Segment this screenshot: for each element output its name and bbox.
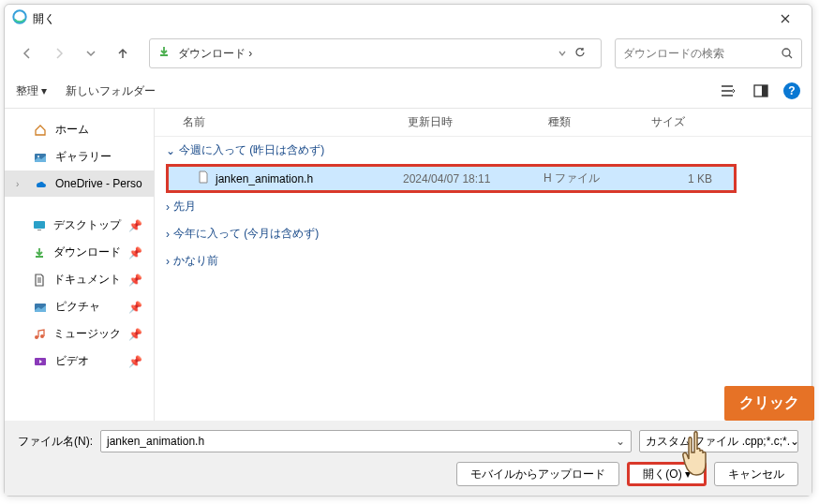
- pin-icon: 📌: [128, 355, 142, 368]
- nav-back-button[interactable]: [14, 40, 40, 67]
- sidebar-downloads[interactable]: ダウンロード📌: [5, 239, 154, 266]
- sidebar-label: ピクチャ: [55, 299, 100, 315]
- svg-rect-7: [37, 230, 41, 230]
- sidebar-label: ギャラリー: [55, 149, 112, 165]
- sidebar-label: ドキュメント: [53, 272, 121, 288]
- cancel-button[interactable]: キャンセル: [714, 462, 798, 486]
- filename-label: ファイル名(N):: [18, 434, 93, 450]
- download-icon: [157, 45, 171, 62]
- svg-point-1: [782, 49, 790, 56]
- sidebar-home[interactable]: ホーム: [5, 116, 154, 143]
- sidebar: ホーム ギャラリー ›OneDrive - Perso デスクトップ📌 ダウンロ…: [5, 109, 155, 421]
- file-list: 名前 更新日時 種類 サイズ ⌄今週に入って (昨日は含めず) janken_a…: [155, 109, 812, 421]
- sidebar-pictures[interactable]: ピクチャ📌: [5, 293, 154, 320]
- sidebar-label: OneDrive - Perso: [55, 177, 142, 190]
- chevron-down-icon[interactable]: [558, 45, 567, 62]
- window-title: 開く: [33, 11, 55, 27]
- annotation-hand-cursor: [676, 426, 721, 484]
- new-folder-button[interactable]: 新しいフォルダー: [66, 83, 156, 99]
- sidebar-documents[interactable]: ドキュメント📌: [5, 266, 154, 293]
- address-path: ダウンロード ›: [178, 46, 558, 62]
- group-last-month[interactable]: ›先月: [155, 193, 812, 220]
- file-icon: [197, 170, 210, 186]
- annotation-click-label: クリック: [724, 386, 814, 421]
- file-size: 1 KB: [647, 172, 712, 185]
- chevron-right-icon: ›: [166, 200, 170, 214]
- app-icon: [12, 9, 27, 28]
- pin-icon: 📌: [128, 219, 142, 232]
- search-input[interactable]: [623, 47, 781, 60]
- header-size[interactable]: サイズ: [651, 114, 726, 130]
- chevron-down-icon[interactable]: ⌄: [616, 435, 625, 448]
- file-name: janken_animation.h: [216, 172, 313, 185]
- preview-pane-icon[interactable]: [750, 80, 772, 102]
- column-headers: 名前 更新日時 種類 サイズ: [155, 109, 812, 137]
- mobile-upload-button[interactable]: モバイルからアップロード: [456, 462, 619, 486]
- chevron-right-icon: ›: [166, 228, 170, 241]
- nav-forward-button[interactable]: [46, 40, 72, 67]
- sidebar-label: デスクトップ: [53, 217, 121, 233]
- nav-up-button[interactable]: [110, 40, 136, 67]
- toolbar: 整理 ▾ 新しいフォルダー ?: [5, 74, 812, 109]
- chevron-down-icon: ⌄: [790, 435, 798, 448]
- header-date[interactable]: 更新日時: [408, 114, 548, 130]
- svg-point-5: [37, 156, 39, 157]
- sidebar-label: ミュージック: [53, 326, 121, 342]
- sidebar-gallery[interactable]: ギャラリー: [5, 143, 154, 170]
- address-bar[interactable]: ダウンロード ›: [149, 38, 602, 68]
- sidebar-desktop[interactable]: デスクトップ📌: [5, 212, 154, 239]
- titlebar: 開く: [5, 5, 812, 33]
- pin-icon: 📌: [128, 274, 142, 287]
- sidebar-onedrive[interactable]: ›OneDrive - Perso: [5, 170, 154, 197]
- refresh-icon[interactable]: [574, 45, 586, 62]
- file-date: 2024/04/07 18:11: [403, 172, 544, 185]
- help-icon[interactable]: ?: [783, 82, 800, 99]
- search-icon: [781, 47, 794, 60]
- file-open-dialog: 開く ダウンロード › 整理 ▾ 新しいフォルダー ?: [4, 4, 812, 497]
- sidebar-music[interactable]: ミュージック📌: [5, 320, 154, 348]
- nav-recent-button[interactable]: [78, 40, 104, 67]
- organize-menu[interactable]: 整理 ▾: [16, 83, 47, 99]
- file-row-selected[interactable]: janken_animation.h 2024/04/07 18:11 H ファ…: [166, 164, 737, 193]
- pin-icon: 📌: [128, 246, 142, 259]
- view-list-icon[interactable]: [716, 80, 738, 102]
- sidebar-label: ビデオ: [55, 353, 89, 369]
- group-this-year[interactable]: ›今年に入って (今月は含めず): [155, 220, 812, 247]
- sidebar-label: ホーム: [55, 122, 89, 138]
- sidebar-videos[interactable]: ビデオ📌: [5, 348, 154, 375]
- close-button[interactable]: [767, 5, 804, 33]
- main-area: ホーム ギャラリー ›OneDrive - Perso デスクトップ📌 ダウンロ…: [5, 109, 812, 421]
- pin-icon: 📌: [128, 328, 142, 341]
- header-name[interactable]: 名前: [183, 114, 408, 130]
- svg-rect-6: [34, 221, 45, 229]
- file-type: H ファイル: [544, 170, 647, 186]
- group-long-ago[interactable]: ›かなり前: [155, 247, 812, 274]
- filename-input[interactable]: janken_animation.h⌄: [100, 430, 632, 452]
- group-this-week[interactable]: ⌄今週に入って (昨日は含めず): [155, 137, 812, 164]
- chevron-down-icon: ⌄: [166, 144, 175, 157]
- nav-row: ダウンロード ›: [5, 33, 812, 74]
- sidebar-label: ダウンロード: [53, 245, 121, 260]
- header-type[interactable]: 種類: [548, 114, 651, 130]
- chevron-right-icon: ›: [166, 255, 170, 268]
- svg-rect-3: [762, 85, 767, 96]
- pin-icon: 📌: [128, 301, 142, 314]
- search-box[interactable]: [615, 38, 802, 68]
